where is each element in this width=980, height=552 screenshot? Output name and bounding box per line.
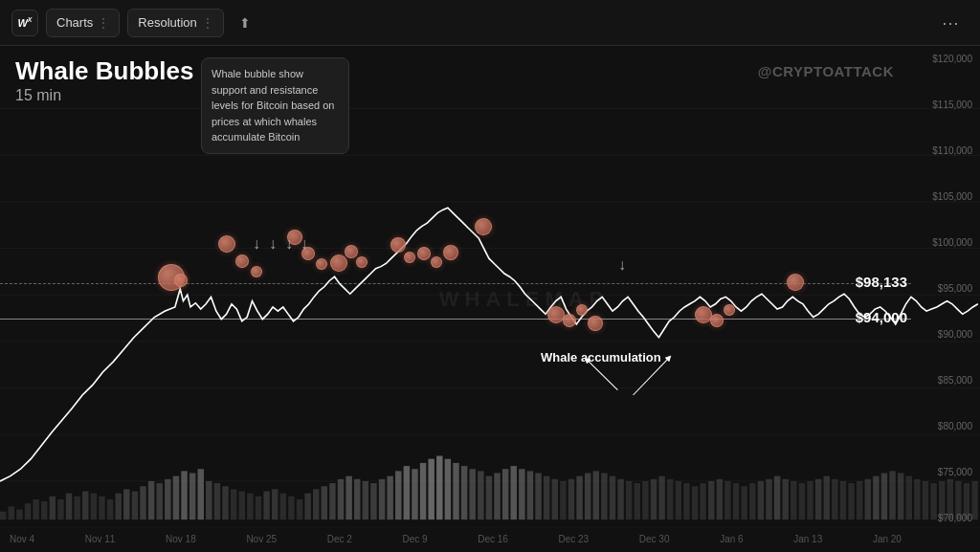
svg-rect-37 (222, 486, 228, 519)
svg-rect-74 (527, 471, 533, 519)
bubble-jan6-3 (724, 304, 735, 316)
svg-rect-57 (387, 476, 392, 519)
resolution-menu-icon: ⋮ (202, 16, 213, 30)
svg-rect-75 (535, 473, 541, 519)
bubble-dec14 (475, 218, 492, 235)
chart-title: Whale Bubbles (15, 57, 193, 85)
x-label-dec23: Dec 23 (559, 534, 590, 544)
more-options-button[interactable]: ⋯ (934, 9, 969, 37)
svg-rect-102 (758, 481, 764, 519)
svg-rect-84 (610, 476, 615, 519)
bubble-dec23-2 (563, 314, 576, 327)
price-label-98133: $98,133 (856, 274, 907, 290)
svg-rect-11 (9, 506, 14, 519)
upload-button[interactable]: ⬆ (232, 11, 258, 35)
svg-rect-52 (345, 476, 351, 519)
svg-rect-41 (256, 497, 261, 519)
svg-rect-108 (807, 481, 813, 519)
charts-label: Charts (56, 15, 93, 30)
bubble-nov25-2 (235, 254, 249, 268)
y-label-70k: $70,000 (911, 513, 976, 523)
svg-rect-25 (123, 489, 129, 519)
bubble-nov18-sm1 (174, 274, 188, 287)
logo-icon[interactable]: WX (11, 10, 38, 36)
svg-rect-116 (873, 476, 879, 519)
svg-rect-19 (74, 497, 79, 519)
bubble-jan6-2 (710, 314, 724, 327)
svg-rect-86 (626, 481, 632, 519)
bubble-dec9-3 (417, 247, 431, 260)
y-label-75k: $75,000 (911, 467, 976, 477)
svg-rect-111 (832, 479, 837, 519)
hline-94000 (0, 319, 911, 320)
bubble-dec2-4 (330, 254, 347, 272)
svg-rect-105 (782, 479, 788, 519)
bubble-dec2-6 (356, 256, 368, 268)
svg-rect-21 (91, 494, 97, 520)
charts-button[interactable]: Charts ⋮ (46, 9, 120, 37)
x-label-nov25: Nov 25 (246, 534, 277, 544)
x-label-jan13: Jan 13 (793, 534, 822, 544)
svg-rect-24 (115, 494, 121, 520)
svg-rect-114 (857, 481, 862, 519)
svg-rect-95 (700, 483, 705, 519)
svg-rect-118 (889, 471, 895, 519)
svg-rect-103 (766, 479, 771, 519)
chart-tooltip: Whale bubble show support and resistance… (201, 57, 349, 154)
svg-rect-91 (667, 479, 673, 519)
bubble-nov25-1 (218, 235, 235, 253)
svg-rect-82 (593, 471, 599, 519)
bubble-dec9-5 (443, 245, 458, 260)
chart-header: Whale Bubbles 15 min (15, 57, 193, 104)
svg-rect-17 (57, 499, 63, 519)
svg-rect-26 (132, 492, 138, 520)
svg-rect-62 (428, 459, 434, 519)
svg-rect-12 (16, 510, 22, 520)
x-label-dec30: Dec 30 (639, 534, 670, 544)
svg-rect-44 (280, 494, 286, 520)
whale-accumulation-label: Whale accumulation (541, 350, 661, 366)
svg-rect-64 (445, 459, 451, 519)
svg-rect-78 (560, 481, 566, 519)
bubble-jan13 (787, 274, 804, 291)
svg-rect-76 (544, 476, 549, 519)
resolution-button[interactable]: Resolution ⋮ (127, 9, 223, 37)
bubble-dec9-2 (404, 252, 415, 263)
svg-rect-109 (815, 479, 821, 519)
arrow-dec23-area: ↓ (618, 256, 626, 274)
svg-rect-104 (774, 476, 780, 519)
svg-rect-23 (107, 499, 113, 519)
y-label-120k: $120,000 (911, 54, 976, 64)
svg-rect-106 (791, 481, 796, 519)
svg-rect-39 (239, 492, 245, 520)
topbar: WX Charts ⋮ Resolution ⋮ ⬆ ⋯ (0, 0, 980, 46)
resolution-label: Resolution (138, 15, 196, 30)
svg-rect-45 (288, 497, 294, 519)
svg-rect-99 (733, 483, 739, 519)
svg-rect-96 (708, 481, 714, 519)
svg-rect-77 (552, 479, 558, 519)
svg-rect-27 (140, 486, 145, 519)
y-label-100k: $100,000 (911, 237, 976, 248)
arrow-nov22-2: ↓ (269, 235, 277, 253)
svg-rect-73 (519, 469, 524, 519)
chart-container: Whale Bubbles 15 min Whale bubble show s… (0, 46, 980, 552)
bubble-dec23-3 (576, 304, 588, 316)
svg-rect-48 (313, 489, 319, 519)
chart-subtitle: 15 min (15, 87, 193, 104)
svg-rect-43 (272, 489, 278, 519)
svg-rect-49 (322, 486, 327, 519)
svg-rect-88 (642, 481, 648, 519)
svg-rect-16 (50, 497, 56, 519)
price-label-94000: $94,000 (856, 309, 907, 325)
svg-rect-15 (41, 501, 47, 519)
bubble-nov25-3 (251, 266, 262, 277)
svg-rect-54 (363, 481, 368, 519)
svg-rect-70 (494, 473, 500, 519)
svg-rect-107 (799, 483, 805, 519)
svg-rect-58 (395, 471, 401, 519)
y-label-105k: $105,000 (911, 191, 976, 202)
svg-rect-47 (304, 494, 310, 520)
svg-rect-61 (420, 463, 426, 519)
svg-rect-55 (370, 483, 376, 519)
